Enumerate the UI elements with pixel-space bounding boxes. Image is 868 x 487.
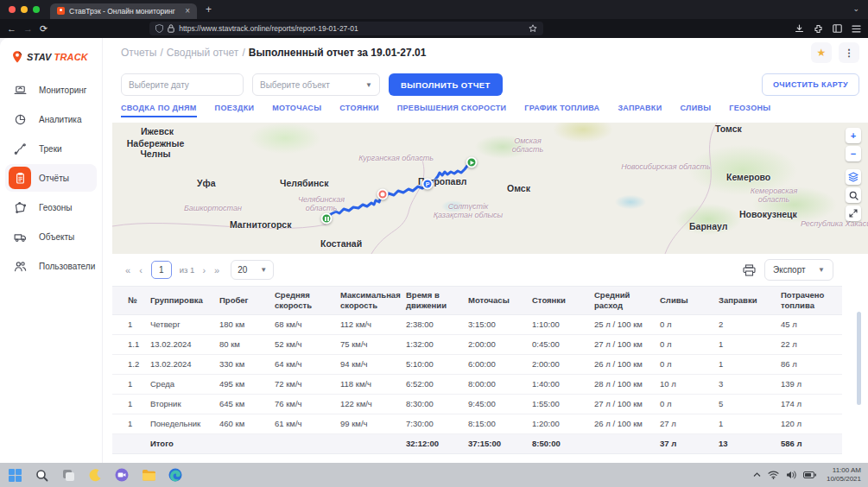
date-input[interactable] bbox=[129, 80, 243, 90]
expand-button[interactable] bbox=[846, 206, 861, 221]
table-scrollbar[interactable] bbox=[857, 312, 861, 405]
new-tab-button[interactable]: + bbox=[206, 3, 212, 16]
export-select[interactable]: Экспорт ▼ bbox=[764, 259, 833, 281]
tab-item[interactable]: МОТОЧАСЫ bbox=[272, 104, 321, 116]
extensions-icon[interactable] bbox=[814, 24, 823, 34]
breadcrumb-link[interactable]: Сводный отчет bbox=[167, 47, 239, 59]
breadcrumb-link[interactable]: Отчеты bbox=[121, 47, 156, 59]
table-cell: 76 км/ч bbox=[275, 399, 340, 408]
table-row[interactable]: 1.113.02.202480 км52 км/ч75 км/ч1:32:002… bbox=[112, 335, 842, 355]
page-size-value: 20 bbox=[238, 265, 247, 275]
sidebar-item-tracks[interactable]: Треки bbox=[5, 135, 97, 162]
tab-item[interactable]: ГРАФИК ТОПЛИВА bbox=[524, 104, 599, 116]
layers-button[interactable] bbox=[846, 169, 861, 185]
sidebar-toggle-icon[interactable] bbox=[833, 24, 842, 33]
taskbar-clock[interactable]: 11:00 AM 10/05/2021 bbox=[827, 466, 861, 484]
brand[interactable]: STAVTRACK bbox=[0, 47, 102, 74]
tab-active[interactable]: СВОДКА ПО ДНЯМ bbox=[121, 104, 197, 117]
table-cell: 26 л / 100 км bbox=[594, 419, 660, 428]
volume-icon[interactable] bbox=[786, 471, 796, 479]
tab-item[interactable]: СТОЯНКИ bbox=[339, 104, 378, 116]
tracks-icon bbox=[9, 137, 31, 160]
table-cell: 1:20:00 bbox=[532, 419, 594, 428]
clear-map-button[interactable]: ОЧИСТИТЬ КАРТУ bbox=[762, 73, 859, 96]
object-select[interactable]: Выберите объект ▼ bbox=[252, 73, 380, 96]
tab-item[interactable]: СЛИВЫ bbox=[680, 104, 711, 116]
edge-browser-button[interactable] bbox=[168, 467, 183, 483]
current-page-input[interactable]: 1 bbox=[151, 261, 172, 279]
night-mode-app-button[interactable] bbox=[87, 467, 103, 483]
tab-close-icon[interactable]: × bbox=[185, 6, 190, 16]
table-cell: 0 л bbox=[660, 359, 719, 369]
start-button[interactable] bbox=[7, 467, 22, 483]
bookmark-star-icon[interactable] bbox=[529, 24, 537, 33]
search-button[interactable] bbox=[846, 187, 861, 203]
pagination-bar: « ‹ 1 из 1 › » 20 ▼ Экспорт ▼ bbox=[112, 254, 868, 286]
prev-page-button[interactable]: ‹ bbox=[139, 265, 143, 275]
table-cell: Понедельник bbox=[150, 419, 219, 428]
browser-toolbar: ← → ⟳ https://www.stavtrack.online/repor… bbox=[0, 19, 868, 38]
browser-tab[interactable]: СтавТрэк - Онлайн мониторинг × bbox=[50, 3, 197, 19]
maximize-window-button[interactable] bbox=[33, 6, 40, 13]
tab-item[interactable]: ПРЕВЫШЕНИЯ СКОРОСТИ bbox=[397, 104, 507, 116]
table-row[interactable]: 1Понедельник460 км61 км/ч99 км/ч7:30:008… bbox=[112, 414, 842, 434]
downloads-icon[interactable] bbox=[795, 24, 804, 34]
close-window-button[interactable] bbox=[9, 6, 16, 13]
file-explorer-button[interactable] bbox=[141, 467, 156, 483]
sidebar-item-geozones[interactable]: Геозоны bbox=[5, 193, 97, 221]
url-bar[interactable]: https://www.stavtrack.online/reports/rep… bbox=[149, 22, 543, 35]
map-label-region: Кемеровская область bbox=[734, 187, 814, 205]
zoom-in-button[interactable]: + bbox=[846, 128, 861, 143]
next-page-button[interactable]: › bbox=[202, 265, 206, 275]
tab-item[interactable]: ЗАПРАВКИ bbox=[618, 104, 662, 116]
violation-marker[interactable] bbox=[377, 189, 389, 200]
printer-icon bbox=[743, 264, 756, 276]
back-button[interactable]: ← bbox=[7, 24, 16, 34]
tab-item[interactable]: ГЕОЗОНЫ bbox=[729, 104, 770, 116]
zoom-out-button[interactable]: − bbox=[846, 146, 861, 161]
start-marker[interactable] bbox=[466, 157, 478, 168]
run-report-button[interactable]: ВЫПОЛНИТЬ ОТЧЕТ bbox=[389, 73, 503, 96]
window-controls[interactable] bbox=[9, 6, 40, 13]
table-cell: 1:40:00 bbox=[532, 379, 594, 389]
more-options-button[interactable]: ⋮ bbox=[839, 42, 859, 63]
battery-icon[interactable] bbox=[803, 471, 816, 478]
parking-marker[interactable]: P bbox=[422, 179, 434, 190]
first-page-button[interactable]: « bbox=[125, 265, 130, 275]
table-cell: 8:30:00 bbox=[406, 399, 468, 408]
table-row[interactable]: 1.213.02.2024330 км64 км/ч94 км/ч5:10:00… bbox=[112, 355, 842, 375]
menu-icon[interactable] bbox=[852, 25, 861, 33]
forward-button[interactable]: → bbox=[23, 24, 33, 34]
table-cell: Вторник bbox=[150, 399, 219, 408]
favorite-button[interactable]: ★ bbox=[811, 42, 832, 63]
map[interactable]: ИжевскНабережные ЧелныУфаЧелябинскМагнит… bbox=[112, 123, 868, 254]
task-view-button[interactable] bbox=[60, 467, 76, 483]
breadcrumb-current: Выполненный отчет за 19.01-27.01 bbox=[249, 47, 427, 59]
table-row[interactable]: 1Вторник645 км76 км/ч122 км/ч8:30:009:45… bbox=[112, 395, 842, 414]
sidebar-item-reports[interactable]: Отчёты bbox=[5, 164, 97, 192]
sidebar-item-label: Геозоны bbox=[39, 203, 73, 212]
reload-button[interactable]: ⟳ bbox=[40, 24, 48, 34]
table-row[interactable]: 1Четверг180 км68 км/ч112 км/ч2:38:003:15… bbox=[112, 315, 842, 335]
taskbar-search-button[interactable] bbox=[34, 467, 49, 483]
chevron-up-icon[interactable] bbox=[753, 472, 761, 478]
video-meet-app-button[interactable] bbox=[114, 467, 130, 483]
column-header: Средний расход bbox=[594, 287, 660, 314]
tab-item[interactable]: ПОЕЗДКИ bbox=[215, 104, 255, 116]
column-header: Время в движении bbox=[406, 287, 468, 314]
table-cell: 27 л bbox=[660, 419, 719, 428]
minimize-window-button[interactable] bbox=[21, 6, 28, 13]
print-button[interactable] bbox=[743, 264, 756, 276]
last-page-button[interactable]: » bbox=[214, 265, 219, 275]
sidebar-item-monitoring[interactable]: Мониторинг bbox=[5, 76, 97, 104]
column-header: Заправки bbox=[719, 292, 781, 309]
page-size-select[interactable]: 20 ▼ bbox=[231, 260, 274, 280]
sidebar-item-users[interactable]: Пользователи bbox=[5, 252, 97, 280]
chevron-down-icon[interactable]: ⌄ bbox=[852, 4, 859, 13]
wifi-icon[interactable] bbox=[768, 471, 779, 479]
pause-marker[interactable] bbox=[321, 213, 333, 225]
sidebar-item-analytics[interactable]: Аналитика bbox=[5, 105, 97, 133]
date-picker[interactable] bbox=[121, 73, 244, 96]
table-row[interactable]: 1Среда495 км72 км/ч118 км/ч6:52:008:00:0… bbox=[112, 375, 842, 395]
sidebar-item-objects[interactable]: Объекты bbox=[5, 223, 97, 250]
